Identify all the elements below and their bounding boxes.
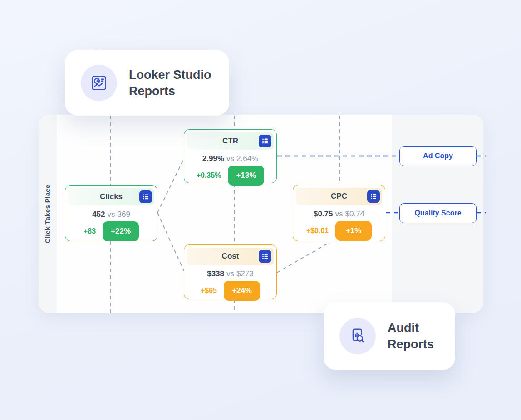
- metric-value: $338: [207, 269, 224, 278]
- metric-compare-value: 2.64%: [236, 154, 258, 163]
- vs-label: vs: [335, 210, 343, 219]
- metric-delta: +0.35%: [197, 171, 221, 180]
- metric-value: $0.75: [314, 210, 333, 219]
- metric-delta: +$0.01: [306, 227, 329, 235]
- list-icon[interactable]: [139, 190, 152, 203]
- metric-delta-badge: +1%: [335, 221, 372, 241]
- metric-delta-badge: +13%: [228, 166, 264, 186]
- vs-label: vs: [226, 154, 234, 163]
- metric-card-header: CPC: [296, 188, 382, 205]
- metric-card-cost: Cost $338 vs $273 +$65 +24%: [184, 244, 277, 299]
- audit-search-icon: [339, 318, 376, 354]
- metric-value: 2.99%: [202, 154, 224, 163]
- metric-compare-value: 369: [118, 210, 130, 219]
- metric-card-cpc: CPC $0.75 vs $0.74 +$0.01 +1%: [293, 185, 385, 241]
- metric-title: Cost: [222, 252, 239, 261]
- metric-card-header: Cost: [187, 248, 274, 265]
- report-card-title: Audit Reports: [388, 320, 442, 352]
- report-chart-icon: [81, 65, 117, 101]
- metric-delta-row: +$65 +24%: [187, 281, 274, 301]
- looker-studio-reports-card[interactable]: Looker Studio Reports: [65, 50, 229, 116]
- metric-values: $338 vs $273: [187, 269, 274, 279]
- metric-card-clicks: Clicks 452 vs 369 +83 +22%: [65, 185, 157, 241]
- list-icon[interactable]: [259, 135, 271, 147]
- metric-delta: +$65: [201, 287, 217, 295]
- audit-reports-card[interactable]: Audit Reports: [324, 302, 455, 370]
- quality-score-label: Quality Score: [414, 209, 461, 217]
- metric-delta-row: +$0.01 +1%: [296, 221, 382, 241]
- metric-delta-row: +83 +22%: [68, 221, 154, 241]
- metric-delta-badge: +24%: [224, 281, 260, 301]
- vs-label: vs: [226, 269, 234, 278]
- list-icon[interactable]: [367, 190, 380, 203]
- metric-values: $0.75 vs $0.74: [296, 209, 382, 220]
- metric-delta-badge: +22%: [103, 221, 139, 241]
- vs-label: vs: [108, 210, 115, 219]
- side-label-container: Click Takes Place: [39, 115, 57, 313]
- metric-card-header: CTR: [187, 132, 274, 150]
- side-label: Click Takes Place: [44, 185, 52, 244]
- metric-compare-value: $0.74: [345, 210, 365, 219]
- metric-delta: +83: [84, 227, 96, 235]
- metric-title: CTR: [222, 137, 238, 146]
- metric-value: 452: [92, 210, 105, 219]
- metric-values: 2.99% vs 2.64%: [187, 153, 274, 164]
- infographic-page: { "side_label": "Click Takes Place", "la…: [0, 0, 521, 420]
- metric-delta-row: +0.35% +13%: [187, 166, 274, 186]
- metric-card-ctr: CTR 2.99% vs 2.64% +0.35% +13%: [184, 129, 277, 183]
- report-card-title: Looker Studio Reports: [129, 67, 216, 99]
- metric-compare-value: $273: [236, 269, 254, 278]
- metric-values: 452 vs 369: [68, 209, 154, 220]
- ad-copy-label: Ad Copy: [423, 152, 453, 160]
- list-icon[interactable]: [259, 250, 271, 263]
- quality-score-button[interactable]: Quality Score: [399, 203, 477, 223]
- metric-card-header: Clicks: [68, 188, 154, 205]
- metric-title: CPC: [331, 192, 347, 201]
- metric-title: Clicks: [100, 192, 123, 201]
- ad-copy-button[interactable]: Ad Copy: [399, 146, 477, 166]
